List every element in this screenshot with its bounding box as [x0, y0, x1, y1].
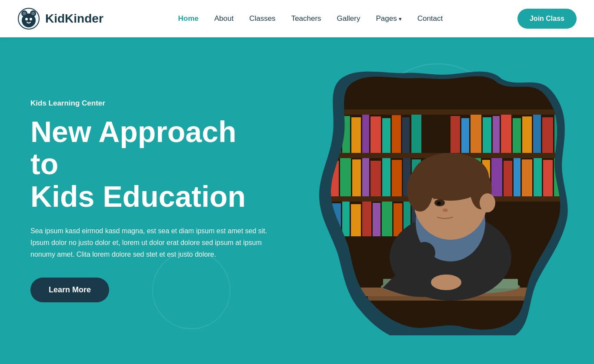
hero-section: Kids Learning Center New Approach to Kid… [0, 37, 594, 364]
logo: KidKinder [17, 7, 103, 30]
nav-link-contact[interactable]: Contact [417, 14, 443, 23]
join-class-button[interactable]: Join Class [517, 9, 577, 29]
nav-link-gallery[interactable]: Gallery [337, 14, 360, 23]
logo-icon [17, 7, 40, 30]
learn-more-button[interactable]: Learn More [30, 278, 109, 302]
svg-point-4 [25, 18, 28, 20]
brand-name: KidKinder [45, 12, 103, 26]
chevron-down-icon: ▾ [399, 16, 402, 22]
hero-subtitle: Kids Learning Center [30, 99, 270, 108]
nav-link-teachers[interactable]: Teachers [291, 14, 321, 23]
nav-item-teachers[interactable]: Teachers [291, 14, 321, 23]
blob-shape [316, 66, 568, 335]
nav-item-contact[interactable]: Contact [417, 14, 443, 23]
nav-item-classes[interactable]: Classes [249, 14, 275, 23]
nav-item-home[interactable]: Home [178, 14, 198, 23]
svg-rect-12 [320, 115, 331, 153]
nav-link-pages[interactable]: Pages ▾ [376, 14, 401, 23]
nav-link-about[interactable]: About [214, 14, 234, 23]
nav-item-gallery[interactable]: Gallery [337, 14, 360, 23]
hero-title: New Approach to Kids Education [30, 116, 270, 213]
svg-point-6 [23, 12, 26, 15]
svg-point-3 [22, 13, 36, 27]
hero-content: Kids Learning Center New Approach to Kid… [0, 99, 270, 303]
svg-point-7 [31, 12, 35, 15]
hero-description: Sea ipsum kasd eirmod kasd magna, est se… [30, 225, 270, 261]
nav-item-about[interactable]: About [214, 14, 234, 23]
svg-point-5 [30, 18, 32, 20]
navbar: KidKinder Home About Classes Teachers Ga… [0, 0, 594, 37]
nav-link-classes[interactable]: Classes [249, 14, 275, 23]
nav-item-pages[interactable]: Pages ▾ [376, 14, 401, 23]
hero-image-area [316, 66, 568, 335]
nav-link-home[interactable]: Home [178, 14, 198, 23]
nav-links: Home About Classes Teachers Gallery Page… [178, 14, 443, 23]
